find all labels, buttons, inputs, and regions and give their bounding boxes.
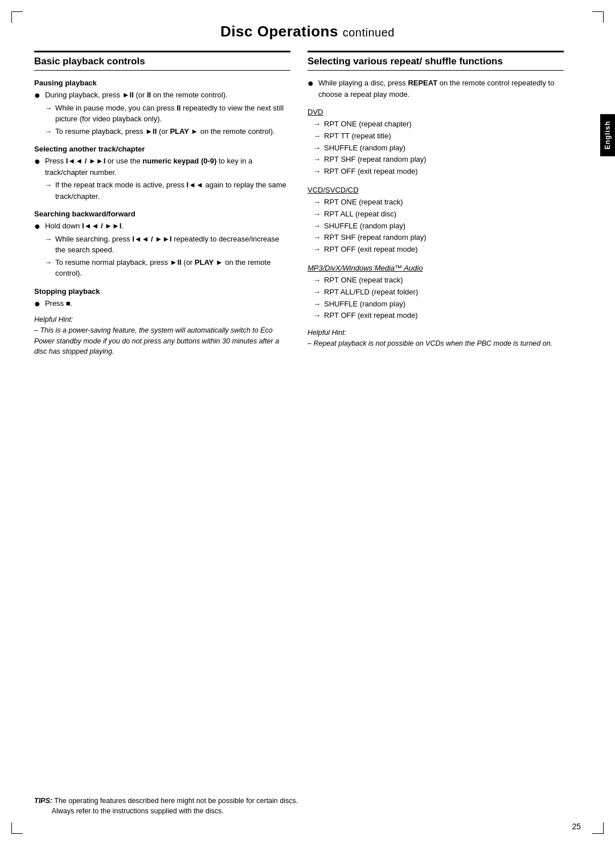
helpful-hint-left-text: – This is a power-saving feature, the sy… — [34, 326, 279, 356]
bullet-dot: ● — [34, 298, 40, 309]
arrow-symbol: → — [313, 310, 321, 322]
rpt-item-text: RPT SHF (repeat random play) — [324, 154, 427, 166]
tips-text: The operating features described here mi… — [34, 797, 298, 816]
arrow-symbol: → — [44, 234, 52, 245]
arrow-symbol: → — [313, 118, 321, 130]
corner-mark-br — [592, 822, 604, 834]
corner-mark-tr — [592, 11, 604, 23]
bullet-repeat-intro: ● While playing a disc, press REPEAT on … — [308, 77, 564, 100]
arrow-symbol: → — [313, 208, 321, 220]
rpt-item-text: SHUFFLE (random play) — [324, 142, 405, 154]
bullet-pausing: ● During playback, press ►II (or II on t… — [34, 89, 290, 101]
arrow-symbol: → — [313, 232, 321, 244]
rpt-item-text: RPT ALL/FLD (repeat folder) — [324, 286, 418, 298]
rpt-item-text: RPT ONE (repeat track) — [324, 275, 403, 286]
bullet-dot: ● — [34, 90, 40, 100]
rpt-item-text: RPT OFF (exit repeat mode) — [324, 244, 417, 256]
arrow-symbol: → — [313, 286, 321, 298]
arrow-symbol: → — [44, 126, 52, 137]
tips-label: TIPS: — [34, 797, 52, 805]
rpt-item-text: RPT TT (repeat title) — [324, 130, 391, 142]
content-columns: Basic playback controls Pausing playback… — [34, 51, 581, 357]
arrow-symbol: → — [313, 298, 321, 310]
arrow-searching-1: → While searching, press I◄◄ / ►►I repea… — [44, 234, 290, 256]
arrow-symbol: → — [313, 154, 321, 166]
arrow-searching-2-text: To resume normal playback, press ►II (or… — [55, 257, 290, 279]
bullet-searching-text: Hold down I◄◄ / ►►I. — [45, 220, 124, 232]
group-dvd-label: DVD — [308, 108, 564, 116]
list-item: →SHUFFLE (random play) — [313, 298, 564, 310]
arrow-symbol: → — [313, 244, 321, 256]
left-column: Basic playback controls Pausing playback… — [34, 51, 290, 357]
subsection-selecting-title: Selecting another track/chapter — [34, 145, 290, 153]
list-item: →RPT OFF (exit repeat mode) — [313, 166, 564, 178]
subsection-stopping-title: Stopping playback — [34, 287, 290, 296]
right-section-title: Selecting various repeat/ shuffle functi… — [308, 51, 564, 71]
arrow-symbol: → — [313, 220, 321, 232]
rpt-list-mp3: →RPT ONE (repeat track) →RPT ALL/FLD (re… — [313, 275, 564, 322]
helpful-hint-right: Helpful Hint: – Repeat playback is not p… — [308, 327, 564, 349]
arrow-selecting-1: → If the repeat track mode is active, pr… — [44, 179, 290, 202]
page-title-suffix: continued — [343, 26, 395, 39]
arrow-symbol: → — [44, 257, 52, 268]
tips-section: TIPS: The operating features described h… — [34, 796, 581, 817]
list-item: →RPT ONE (repeat track) — [313, 196, 564, 208]
arrow-pause-2-text: To resume playback, press ►II (or PLAY ►… — [55, 126, 275, 137]
arrow-symbol: → — [313, 166, 321, 178]
arrow-symbol: → — [313, 275, 321, 286]
list-item: →RPT SHF (repeat random play) — [313, 154, 564, 166]
list-item: →RPT ALL (repeat disc) — [313, 208, 564, 220]
arrow-searching-2: → To resume normal playback, press ►II (… — [44, 257, 290, 279]
right-column: Selecting various repeat/ shuffle functi… — [308, 51, 581, 357]
arrow-symbol: → — [313, 130, 321, 142]
helpful-hint-left-title: Helpful Hint: — [34, 316, 73, 324]
list-item: →RPT ONE (repeat chapter) — [313, 118, 564, 130]
rpt-item-text: SHUFFLE (random play) — [324, 298, 405, 310]
arrow-symbol: → — [44, 103, 52, 114]
list-item: →SHUFFLE (random play) — [313, 220, 564, 232]
arrow-symbol: → — [44, 179, 52, 191]
subsection-pausing-title: Pausing playback — [34, 79, 290, 87]
list-item: →RPT TT (repeat title) — [313, 130, 564, 142]
bullet-searching: ● Hold down I◄◄ / ►►I. — [34, 220, 290, 232]
arrow-symbol: → — [313, 142, 321, 154]
rpt-item-text: RPT ONE (repeat track) — [324, 196, 403, 208]
corner-mark-bl — [11, 822, 23, 834]
helpful-hint-right-text: – Repeat playback is not possible on VCD… — [308, 339, 552, 347]
left-section-title: Basic playback controls — [34, 51, 290, 71]
page-title: Disc Operations continued — [34, 23, 581, 40]
corner-mark-tl — [11, 11, 23, 23]
helpful-hint-left: Helpful Hint: – This is a power-saving f… — [34, 314, 290, 357]
list-item: →RPT SHF (repeat random play) — [313, 232, 564, 244]
list-item: →RPT ONE (repeat track) — [313, 275, 564, 286]
group-mp3-label: MP3/DivX/Windows Media™ Audio — [308, 264, 564, 272]
bullet-selecting: ● Press I◄◄ / ►►I or use the numeric key… — [34, 155, 290, 178]
arrow-pause-1: → While in pause mode, you can press II … — [44, 103, 290, 125]
list-item: →RPT OFF (exit repeat mode) — [313, 244, 564, 256]
rpt-list-dvd: →RPT ONE (repeat chapter) →RPT TT (repea… — [313, 118, 564, 178]
list-item: →SHUFFLE (random play) — [313, 142, 564, 154]
rpt-item-text: RPT OFF (exit repeat mode) — [324, 310, 417, 322]
bullet-repeat-intro-text: While playing a disc, press REPEAT on th… — [318, 77, 564, 100]
list-item: →RPT OFF (exit repeat mode) — [313, 310, 564, 322]
rpt-item-text: RPT OFF (exit repeat mode) — [324, 166, 417, 178]
page-number: 25 — [572, 822, 581, 831]
language-tab: English — [600, 114, 615, 156]
bullet-selecting-text: Press I◄◄ / ►►I or use the numeric keypa… — [45, 155, 290, 178]
rpt-item-text: RPT SHF (repeat random play) — [324, 232, 427, 244]
rpt-item-text: SHUFFLE (random play) — [324, 220, 405, 232]
arrow-symbol: → — [313, 196, 321, 208]
bullet-dot: ● — [308, 78, 314, 88]
page-title-main: Disc Operations — [220, 23, 338, 40]
group-vcd-label: VCD/SVCD/CD — [308, 186, 564, 194]
rpt-list-vcd: →RPT ONE (repeat track) →RPT ALL (repeat… — [313, 196, 564, 256]
helpful-hint-right-title: Helpful Hint: — [308, 329, 346, 337]
subsection-searching-title: Searching backward/forward — [34, 210, 290, 218]
list-item: →RPT ALL/FLD (repeat folder) — [313, 286, 564, 298]
arrow-pause-2: → To resume playback, press ►II (or PLAY… — [44, 126, 290, 137]
arrow-pause-1-text: While in pause mode, you can press II re… — [55, 103, 290, 125]
arrow-searching-1-text: While searching, press I◄◄ / ►►I repeate… — [55, 234, 290, 256]
bullet-stopping: ● Press ■. — [34, 298, 290, 309]
rpt-item-text: RPT ALL (repeat disc) — [324, 208, 396, 220]
bullet-stopping-text: Press ■. — [45, 298, 72, 309]
